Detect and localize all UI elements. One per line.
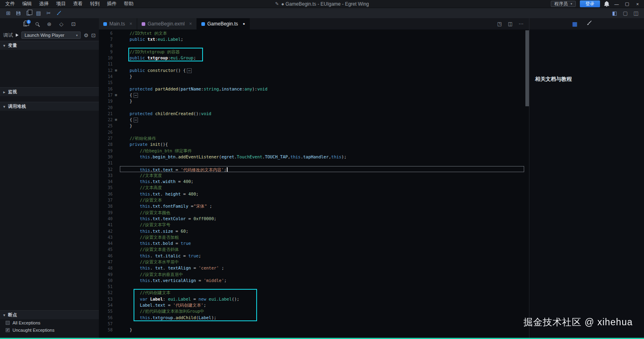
line-number[interactable]: 53 bbox=[99, 296, 113, 302]
new-project-icon[interactable]: ⊞ bbox=[3, 10, 13, 16]
line-number[interactable]: 28 bbox=[99, 141, 113, 147]
code-row[interactable]: 54 Label.text = '代码创建文本'; bbox=[99, 302, 529, 308]
line-number[interactable]: 36 bbox=[99, 191, 113, 197]
code-row[interactable]: 26 bbox=[99, 129, 529, 135]
code-row[interactable]: 30 this.begin_btn.addEventListener(egret… bbox=[99, 154, 529, 160]
menu-goto[interactable]: 转到 bbox=[86, 0, 103, 7]
minimize-button[interactable]: — bbox=[613, 2, 620, 6]
close-button[interactable]: × bbox=[634, 2, 641, 6]
line-number[interactable]: 19 bbox=[99, 98, 113, 104]
line-number[interactable]: 54 bbox=[99, 302, 113, 308]
search-icon[interactable] bbox=[34, 22, 40, 25]
code-row[interactable]: 9 //ID为txtgroup 的容器 bbox=[99, 49, 529, 55]
line-number[interactable]: 51 bbox=[99, 284, 113, 290]
section-breakpoints[interactable]: ▾ 断点 bbox=[0, 310, 99, 319]
extensions-icon[interactable]: ⊡ bbox=[70, 21, 77, 27]
line-number[interactable]: 47 bbox=[99, 259, 113, 265]
code-row[interactable]: 29 //给begin_btn 绑定事件 bbox=[99, 148, 529, 154]
line-number[interactable]: 55 bbox=[99, 308, 113, 314]
line-number[interactable]: 45 bbox=[99, 246, 113, 253]
code-row[interactable]: 47 //设置文本水平居中 bbox=[99, 259, 529, 265]
fold-marker-icon[interactable]: ⊞ bbox=[113, 92, 119, 98]
line-number[interactable]: 31 bbox=[99, 160, 113, 166]
line-number[interactable]: 42 bbox=[99, 228, 113, 234]
line-number[interactable]: 12 bbox=[99, 67, 113, 74]
line-number[interactable]: 40 bbox=[99, 216, 113, 222]
files-icon[interactable]: 1 bbox=[22, 22, 28, 26]
components-grid-icon[interactable]: ▦ bbox=[572, 21, 577, 27]
close-icon[interactable]: × bbox=[189, 21, 192, 27]
line-number[interactable]: 58 bbox=[99, 327, 113, 333]
menu-view[interactable]: 查看 bbox=[69, 0, 86, 7]
line-number[interactable]: 41 bbox=[99, 222, 113, 228]
mode-design-icon[interactable]: ◧ bbox=[612, 10, 617, 16]
save-all-icon[interactable] bbox=[23, 11, 33, 15]
line-number[interactable]: 32 bbox=[99, 166, 113, 173]
code-row[interactable]: 49 //设置文本的垂直居中 bbox=[99, 272, 529, 278]
code-row[interactable]: 33 //文本宽度 bbox=[99, 173, 529, 179]
line-number[interactable]: 50 bbox=[99, 278, 113, 284]
gear-icon[interactable]: ⚙ bbox=[84, 32, 88, 38]
line-number[interactable]: 7 bbox=[99, 36, 113, 42]
section-variables[interactable]: ▾ 变量 bbox=[0, 41, 99, 50]
code-row[interactable]: 53 var Label: eui.Label = new eui.Label(… bbox=[99, 296, 529, 302]
open-preview-icon[interactable]: ◳ bbox=[497, 21, 502, 27]
section-watch[interactable]: ▸ 监视 bbox=[0, 87, 99, 96]
line-number[interactable]: 38 bbox=[99, 203, 113, 209]
breakpoint-uncaught-exceptions[interactable]: ✓ Uncaught Exceptions bbox=[0, 326, 99, 334]
code-row[interactable]: 28 private init(){ bbox=[99, 141, 529, 147]
line-number[interactable]: 57 bbox=[99, 321, 113, 327]
menu-file[interactable]: 文件 bbox=[2, 0, 19, 7]
line-number[interactable]: 46 bbox=[99, 253, 113, 259]
fold-marker-icon[interactable]: ⊞ bbox=[113, 117, 119, 123]
line-number[interactable]: 48 bbox=[99, 265, 113, 271]
code-row[interactable]: 37 //设置文本 bbox=[99, 197, 529, 203]
code-row[interactable]: 58 } bbox=[99, 327, 529, 333]
code-row[interactable]: 27 //初始化操作 bbox=[99, 135, 529, 141]
code-row[interactable]: 8 bbox=[99, 43, 529, 49]
code-row[interactable]: 10 public txtgroup:eui.Group; bbox=[99, 55, 529, 61]
code-row[interactable]: 39 //设置文本颜色 bbox=[99, 210, 529, 216]
line-number[interactable]: 9 bbox=[99, 49, 113, 55]
launch-config-dropdown[interactable]: Launch Wing Player ▾ bbox=[21, 32, 81, 39]
scrollbar-thumb[interactable] bbox=[525, 30, 529, 106]
line-number[interactable]: 17 bbox=[99, 92, 113, 98]
close-icon[interactable]: × bbox=[130, 21, 132, 27]
debug-icon[interactable]: ⊛ bbox=[46, 21, 52, 27]
line-number[interactable]: 15 bbox=[99, 80, 113, 86]
line-number[interactable]: 52 bbox=[99, 290, 113, 296]
line-number[interactable]: 35 bbox=[99, 185, 113, 191]
checkbox-unchecked[interactable] bbox=[6, 321, 10, 325]
code-row[interactable]: 6 //ID为txt 的文本 bbox=[99, 30, 529, 36]
code-row[interactable]: 16 protected partAdded(partName:string,i… bbox=[99, 86, 529, 92]
code-row[interactable]: 11 bbox=[99, 61, 529, 67]
code-row[interactable]: 52 //代码创建文本 bbox=[99, 290, 529, 296]
brush-icon[interactable] bbox=[54, 11, 64, 16]
line-number[interactable]: 27 bbox=[99, 135, 113, 141]
menu-plugins[interactable]: 插件 bbox=[103, 0, 120, 7]
code-area[interactable]: 6 //ID为txt 的文本7 public txt:eui.Label;89 … bbox=[99, 29, 529, 339]
line-number[interactable]: 44 bbox=[99, 240, 113, 246]
line-number[interactable]: 11 bbox=[99, 61, 113, 67]
line-number[interactable]: 25 bbox=[99, 123, 113, 129]
start-debug-icon[interactable] bbox=[16, 34, 19, 37]
checkbox-checked[interactable]: ✓ bbox=[6, 328, 10, 332]
line-number[interactable]: 6 bbox=[99, 30, 113, 36]
save-icon[interactable] bbox=[13, 11, 23, 16]
code-row[interactable]: 21 protected childrenCreated():void bbox=[99, 111, 529, 117]
code-row[interactable]: 45 //设置文本是否斜体 bbox=[99, 246, 529, 253]
code-row[interactable]: 20 bbox=[99, 105, 529, 111]
code-row[interactable]: 44 this.txt.bold = true bbox=[99, 240, 529, 246]
line-number[interactable]: 30 bbox=[99, 154, 113, 160]
line-number[interactable]: 34 bbox=[99, 179, 113, 185]
fold-marker-icon[interactable]: ⊞ bbox=[113, 67, 119, 74]
paint-brush-icon[interactable] bbox=[586, 20, 592, 27]
mode-code-icon[interactable]: ◫ bbox=[634, 10, 638, 16]
line-number[interactable]: 20 bbox=[99, 105, 113, 111]
code-row[interactable]: 17⊞ {⋯ bbox=[99, 92, 529, 98]
editor-scrollbar[interactable] bbox=[525, 29, 529, 339]
code-row[interactable]: 48 this. txt. textAlign = 'center' ; bbox=[99, 265, 529, 271]
line-number[interactable]: 33 bbox=[99, 173, 113, 179]
build-cut-icon[interactable]: ✂ bbox=[44, 10, 54, 16]
login-button[interactable]: 登录 bbox=[580, 0, 600, 7]
